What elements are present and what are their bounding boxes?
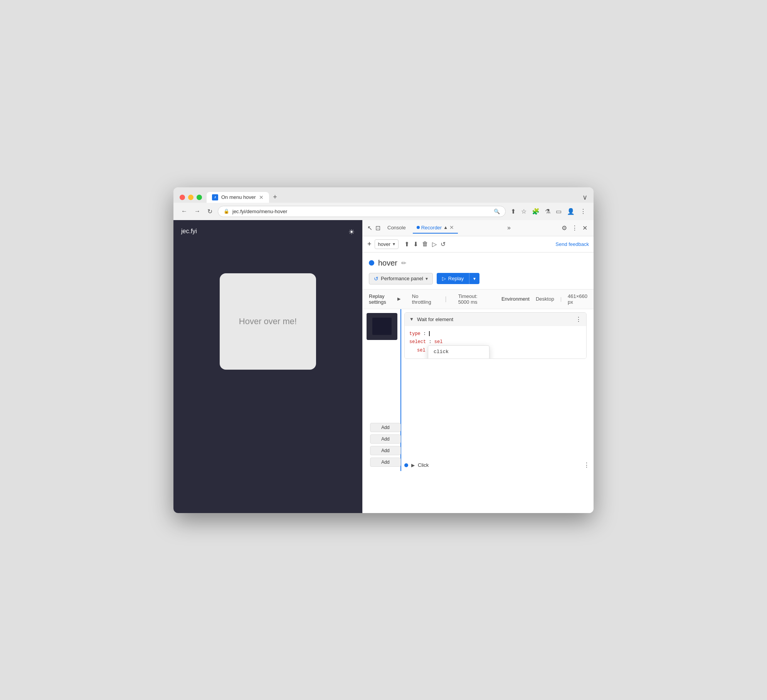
hover-card-text: Hover over me! [239, 316, 297, 326]
main-content: jec.fyi ☀ Hover over me! Add Add Add Add… [173, 220, 594, 513]
devtools-settings-button[interactable]: ⚙ [560, 223, 569, 233]
step-menu-button[interactable]: ⋮ [575, 316, 582, 323]
maximize-traffic-light[interactable] [197, 195, 202, 200]
type-dropdown: click doubleClick hover change keyDown k… [428, 345, 489, 359]
device-mode-button[interactable]: ⊡ [375, 224, 380, 232]
recorder-record-icon: ▲ [443, 225, 448, 230]
replay-settings-toggle[interactable]: Replay settings ▶ [369, 293, 400, 305]
inspect-element-button[interactable]: ↖ [367, 224, 372, 232]
replay-settings-arrow: ▶ [397, 296, 400, 301]
search-icon: 🔍 [494, 209, 500, 214]
tab-bar: J On menu hover ✕ + [207, 192, 578, 203]
recording-name-display: hover [378, 241, 391, 247]
recording-indicator [369, 260, 374, 266]
recording-selector[interactable]: hover ▾ [375, 239, 399, 249]
environment-info: Environment Desktop | 461×660 px [501, 293, 587, 305]
profile-button[interactable]: 👤 [566, 207, 576, 216]
sel-key: sel [417, 348, 426, 353]
replay-button-group: ▷ Replay ▾ [437, 273, 479, 284]
recorder-active-dot [417, 226, 420, 229]
click-expand-arrow[interactable]: ▶ [411, 463, 415, 468]
extensions-button[interactable]: 🧩 [531, 207, 541, 216]
tab-close-button[interactable]: ✕ [259, 194, 264, 200]
recording-dropdown-arrow: ▾ [393, 241, 395, 247]
download-recording-button[interactable]: ⬇ [412, 239, 419, 249]
add-step-button-4[interactable]: Add [370, 458, 401, 467]
replay-label: Replay [448, 276, 464, 281]
select-value: sel [434, 339, 443, 345]
theme-icon[interactable]: ☀ [348, 228, 355, 236]
recording-controls: ↺ Performance panel ▾ ▷ Replay ▾ [369, 273, 587, 284]
hover-card[interactable]: Hover over me! [220, 273, 316, 370]
click-step: ▶ Click ⋮ [404, 459, 590, 471]
steps-area: ▼ Wait for element ⋮ type : [363, 309, 594, 513]
refresh-button[interactable]: ↻ [206, 206, 214, 217]
active-tab[interactable]: J On menu hover ✕ [207, 192, 269, 203]
add-step-button-3[interactable]: Add [370, 446, 401, 455]
tab-recorder[interactable]: Recorder ▲ ✕ [413, 222, 458, 234]
step-body: type : select : sel [405, 326, 586, 359]
bookmark-button[interactable]: ☆ [520, 207, 528, 216]
add-recording-button[interactable]: + [367, 240, 372, 248]
devtools-close-button[interactable]: ✕ [581, 223, 589, 233]
click-step-label: Click [418, 462, 429, 468]
recorder-tab-close[interactable]: ✕ [449, 224, 454, 231]
replay-main-button[interactable]: ▷ Replay [437, 273, 469, 284]
upload-recording-button[interactable]: ⬆ [403, 239, 410, 249]
window-minimize-button[interactable]: ∨ [582, 193, 587, 202]
add-step-button-1[interactable]: Add [370, 423, 401, 432]
recorder-toolbar: + hover ▾ ⬆ ⬇ 🗑 ▷ ↺ Send feedback [363, 236, 594, 252]
step-header: ▼ Wait for element ⋮ [405, 313, 586, 326]
send-feedback-link[interactable]: Send feedback [555, 241, 589, 247]
performance-icon: ↺ [374, 276, 378, 282]
replay-history-button[interactable]: ↺ [439, 239, 447, 249]
experiments-button[interactable]: ⚗ [544, 207, 552, 216]
devtools-toolbar: ↖ ⊡ Console Recorder ▲ ✕ » ⚙ ⋮ ✕ [363, 220, 594, 236]
wait-for-element-step: ▼ Wait for element ⋮ type : [404, 312, 587, 359]
nav-bar: ← → ↻ 🔒 jec.fyi/demo/menu-hover 🔍 ⬆ ☆ 🧩 … [173, 203, 594, 220]
replay-settings-label: Replay settings [369, 293, 395, 305]
traffic-lights [180, 195, 202, 200]
dropdown-item-click[interactable]: click [428, 346, 489, 358]
tab-console[interactable]: Console [384, 222, 410, 234]
browser-window: J On menu hover ✕ + ∨ ← → ↻ 🔒 jec.fyi/de… [173, 187, 594, 513]
step-thumbnail-preview [367, 313, 397, 340]
replay-settings-bar: Replay settings ▶ No throttling | Timeou… [363, 289, 594, 309]
click-step-menu-button[interactable]: ⋮ [584, 461, 590, 469]
forward-button[interactable]: → [193, 206, 202, 216]
minimize-traffic-light[interactable] [188, 195, 193, 200]
sidebar-button[interactable]: ▭ [555, 207, 563, 216]
devtools-panel: ↖ ⊡ Console Recorder ▲ ✕ » ⚙ ⋮ ✕ [362, 220, 594, 513]
address-bar[interactable]: 🔒 jec.fyi/demo/menu-hover 🔍 [218, 206, 506, 217]
edit-recording-name-button[interactable]: ✏ [401, 259, 406, 267]
add-step-button-2[interactable]: Add [370, 434, 401, 444]
address-text: jec.fyi/demo/menu-hover [232, 209, 491, 214]
devtools-more-button[interactable]: » [507, 224, 511, 231]
back-button[interactable]: ← [180, 206, 189, 216]
replay-dropdown-button[interactable]: ▾ [469, 273, 479, 284]
click-step-dot [404, 463, 408, 467]
close-traffic-light[interactable] [180, 195, 185, 200]
timeout-value: Timeout: 5000 ms [458, 293, 490, 305]
step-title: Wait for element [417, 316, 453, 322]
step-collapse-arrow[interactable]: ▼ [409, 316, 414, 322]
settings-separator-1: | [445, 296, 446, 303]
devtools-menu-button[interactable]: ⋮ [570, 223, 579, 233]
delete-recording-button[interactable]: 🗑 [421, 239, 429, 249]
throttling-value: No throttling [412, 293, 434, 305]
new-tab-button[interactable]: + [270, 192, 281, 203]
share-button[interactable]: ⬆ [510, 207, 517, 216]
webpage-logo: jec.fyi [181, 228, 197, 235]
performance-panel-button[interactable]: ↺ Performance panel ▾ [369, 273, 433, 284]
recording-title-row: hover ✏ [369, 259, 587, 268]
environment-label: Environment [501, 296, 530, 302]
environment-value: Desktop [536, 296, 554, 302]
lock-icon: 🔒 [224, 209, 229, 214]
select-key: select [409, 339, 426, 345]
cursor [429, 331, 430, 336]
dropdown-item-doubleclick[interactable]: doubleClick [428, 358, 489, 359]
play-step-button[interactable]: ▷ [431, 239, 438, 249]
more-menu-button[interactable]: ⋮ [579, 207, 587, 216]
thumbnail-inner [372, 318, 392, 335]
recorder-action-buttons: ⬆ ⬇ 🗑 ▷ ↺ [403, 239, 447, 249]
